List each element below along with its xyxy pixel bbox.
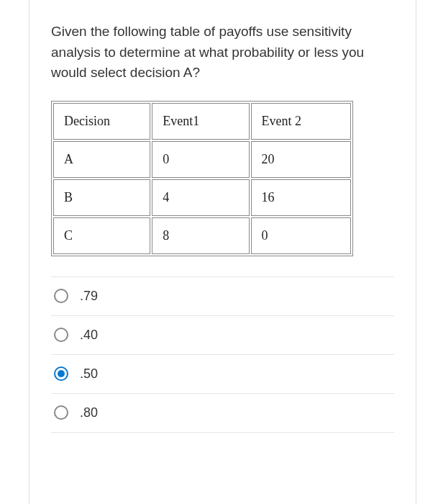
table-header-row: Decision Event1 Event 2 [53, 103, 351, 140]
option-label: .40 [80, 328, 98, 343]
option-label: .50 [80, 366, 98, 382]
answer-option[interactable]: .79 [51, 276, 394, 316]
answer-option[interactable]: .50 [51, 355, 394, 394]
table-cell: B [53, 179, 150, 216]
table-cell: 4 [152, 179, 249, 216]
answer-options: .79 .40 .50 .80 [51, 276, 394, 433]
payoff-table: Decision Event1 Event 2 A 0 20 B 4 16 C … [51, 101, 353, 256]
table-cell: 0 [251, 217, 351, 254]
table-row: C 8 0 [53, 217, 351, 254]
table-cell: 16 [251, 179, 351, 216]
table-header-cell: Event1 [152, 103, 249, 140]
table-cell: A [53, 141, 150, 178]
table-header-cell: Event 2 [251, 103, 351, 140]
table-row: A 0 20 [53, 141, 351, 178]
radio-unselected-icon[interactable] [54, 328, 68, 342]
question-text: Given the following table of payoffs use… [51, 22, 394, 84]
answer-option[interactable]: .80 [51, 394, 394, 433]
table-cell: 20 [251, 141, 351, 178]
table-cell: C [53, 217, 150, 254]
option-label: .80 [80, 405, 98, 420]
table-cell: 8 [152, 217, 249, 254]
radio-unselected-icon[interactable] [54, 405, 68, 420]
table-header-cell: Decision [53, 103, 150, 140]
option-label: .79 [80, 289, 98, 304]
answer-option[interactable]: .40 [51, 316, 394, 355]
table-cell: 0 [152, 141, 249, 178]
table-row: B 4 16 [53, 179, 351, 216]
radio-unselected-icon[interactable] [54, 289, 68, 303]
radio-selected-icon[interactable] [54, 366, 68, 381]
question-container: Given the following table of payoffs use… [29, 0, 416, 504]
